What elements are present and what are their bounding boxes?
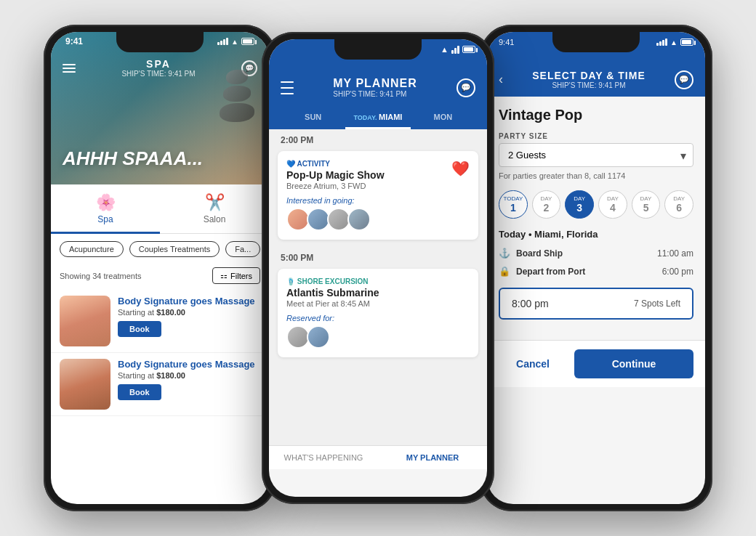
book-button-1[interactable]: Book (118, 321, 161, 337)
day-circle-2[interactable]: DAY 2 (532, 190, 561, 219)
day-5-label: DAY (640, 195, 652, 202)
day-tab-today-label: TODAY. MIAMI (354, 113, 403, 121)
tab-spa[interactable]: 🌸 Spa (51, 193, 160, 234)
select-status-time: 9:41 (499, 38, 514, 46)
ss1 (656, 43, 659, 46)
time-slot[interactable]: 8:00 pm 7 Spots Left (499, 288, 693, 320)
planner-signal (451, 46, 459, 54)
salon-icon: ✂️ (205, 193, 225, 212)
planner-hamburger[interactable] (281, 81, 294, 94)
day-tab-mon[interactable]: MON (411, 107, 475, 129)
continue-button[interactable]: Continue (574, 349, 693, 378)
port-info: Today • Miami, Florida ⚓ Board Ship 11:0… (499, 229, 693, 280)
phone-planner: 12:30 ▲ (262, 32, 494, 504)
day-circle-4[interactable]: DAY 4 (598, 190, 627, 219)
day-4-label: DAY (607, 195, 619, 202)
day-1-num: 1 (510, 202, 516, 214)
treatment-price-2: Starting at $180.00 (118, 371, 260, 380)
treatment-thumb-img-2 (60, 359, 110, 410)
spa-stones (220, 68, 254, 123)
treatment-name-1: Body Signature goes Massage (118, 296, 260, 306)
ss4 (665, 38, 667, 46)
my-planner-label: MY PLANNER (406, 453, 459, 462)
treatment-card-1: Body Signature goes Massage Starting at … (51, 290, 269, 353)
select-nav: ‹ SELECT DAY & TIME SHIP'S TIME: 9:41 PM… (487, 49, 705, 97)
phones-container: 9:41 ▲ (0, 0, 756, 536)
ps2 (454, 48, 457, 54)
whats-happening-label: WHAT'S HAPPENING (284, 453, 363, 462)
chip-couples[interactable]: Couples Treatments (129, 241, 220, 257)
book-button-2[interactable]: Book (118, 384, 161, 400)
tab-spa-label: Spa (97, 214, 113, 224)
spots-left: 7 Spots Left (634, 299, 680, 309)
board-ship-time: 11:00 am (657, 248, 693, 259)
chip-acupuncture[interactable]: Acupuncture (60, 241, 124, 257)
day-5-num: 5 (643, 202, 649, 214)
day-circle-5[interactable]: DAY 5 (632, 190, 661, 219)
time-slot-value: 8:00 pm (512, 298, 549, 309)
treatment-price-label-1: Starting at (118, 308, 156, 317)
shore-title: Atlantis Submarine (286, 287, 470, 299)
shore-type-label: SHORE EXCURSION (297, 277, 369, 285)
back-button[interactable]: ‹ (499, 72, 503, 87)
bottom-nav-whats-happening[interactable]: WHAT'S HAPPENING (269, 446, 378, 469)
filters-label: Filters (230, 272, 252, 280)
shore-card-atlantis: 🩴 SHORE EXCURSION Atlantis Submarine Mee… (278, 269, 478, 357)
day-circle-1[interactable]: TODAY 1 (499, 190, 528, 219)
spa-headline: AHHH SPAAA... (63, 147, 203, 170)
planner-bottom-nav: WHAT'S HAPPENING MY PLANNER (269, 445, 487, 469)
treatment-price-label-2: Starting at (118, 371, 156, 380)
anchor-icon: ⚓ (499, 248, 510, 259)
treatment-thumb-2 (60, 359, 110, 410)
activity-type: 💙 ACTIVITY (286, 160, 385, 168)
treatment-price-val-2: $180.00 (156, 371, 185, 380)
hamburger-menu[interactable] (63, 64, 76, 73)
select-footer: Cancel Continue (487, 340, 705, 387)
select-ship-time: SHIP'S TIME: 9:41 PM (532, 81, 645, 89)
planner-chat-icon[interactable]: 💬 (457, 78, 475, 97)
activity-type-label: ACTIVITY (297, 160, 330, 168)
lock-icon: 🔒 (499, 266, 510, 277)
activity-title: Pop-Up Magic Show (286, 169, 385, 181)
planner-wifi-icon: ▲ (441, 45, 449, 54)
planner-nav: MY PLANNER SHIP'S TIME: 9:41 PM 💬 (269, 57, 487, 107)
day-1-label: TODAY (503, 195, 523, 202)
select-wifi-icon: ▲ (670, 38, 677, 46)
parties-note: For parties greater than 8, call 1174 (499, 171, 693, 180)
planner-status-icons: ▲ (441, 45, 475, 54)
select-content: Vintage Pop PARTY SIZE 2 Guests 1 Guest … (487, 97, 705, 340)
favorite-heart-button[interactable]: ❤️ (451, 160, 470, 177)
time-label-5pm: 5:00 PM (269, 247, 487, 269)
select-title: SELECT DAY & TIME SHIP'S TIME: 9:41 PM (532, 70, 645, 89)
planner-title-main: MY PLANNER (333, 77, 417, 90)
notch-3 (552, 32, 640, 52)
spa-icon: 🌸 (96, 193, 116, 212)
phone-planner-screen: 12:30 ▲ (269, 39, 487, 497)
port-event-board: ⚓ Board Ship 11:00 am (499, 244, 693, 262)
select-status-icons: ▲ (656, 38, 693, 46)
day-3-label: DAY (574, 195, 585, 202)
activity-header: 💙 ACTIVITY Pop-Up Magic Show Breeze Atri… (286, 160, 470, 190)
chip-more[interactable]: Fa... (225, 241, 260, 257)
cancel-button[interactable]: Cancel (499, 349, 567, 378)
treatment-thumb-img-1 (60, 296, 110, 346)
depart-label: Depart from Port (516, 267, 585, 277)
day-tab-sun[interactable]: SUN (281, 107, 345, 129)
planner-scroll[interactable]: 2:00 PM 💙 ACTIVITY Pop-Up Magic Show Bre… (269, 129, 487, 445)
day-6-num: 6 (676, 202, 682, 214)
phone-select-screen: 9:41 ▲ ‹ SELECT DAY & TIME S (487, 32, 705, 504)
avatar-row (286, 208, 470, 231)
spa-title: SPA (121, 58, 195, 70)
ps3 (457, 46, 459, 54)
spa-hero: 9:41 ▲ (51, 32, 269, 184)
filters-button[interactable]: ⚏ Filters (212, 267, 260, 284)
depart-time: 6:00 pm (662, 267, 693, 277)
day-tab-today[interactable]: TODAY. MIAMI (345, 107, 410, 129)
bottom-nav-my-planner[interactable]: MY PLANNER (378, 446, 487, 469)
day-circle-6[interactable]: DAY 6 (664, 190, 693, 219)
tab-salon[interactable]: ✂️ Salon (160, 193, 269, 234)
board-ship-label: Board Ship (516, 248, 563, 259)
select-chat-icon[interactable]: 💬 (675, 70, 693, 89)
party-size-select[interactable]: 2 Guests 1 Guest 3 Guests 4 Guests (499, 143, 693, 167)
day-circle-3[interactable]: DAY 3 (565, 190, 594, 219)
